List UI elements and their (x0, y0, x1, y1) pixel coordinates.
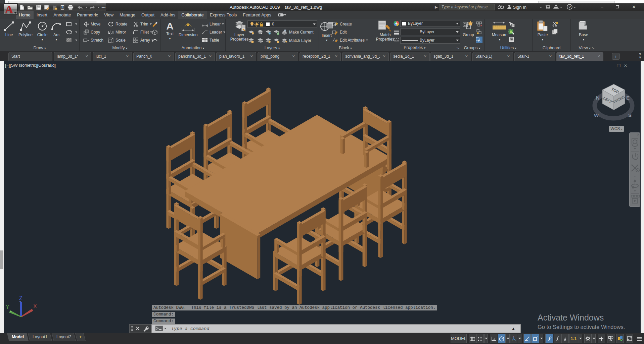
svg-text:Y: Y (6, 304, 9, 310)
svg-text:Z: Z (19, 296, 22, 301)
svg-text:X: X (33, 303, 37, 309)
svg-text:N: N (596, 95, 600, 101)
svg-text:S: S (628, 112, 632, 118)
svg-text:W: W (594, 112, 599, 118)
svg-text:E: E (626, 95, 630, 101)
svg-text:?: ? (568, 5, 571, 9)
